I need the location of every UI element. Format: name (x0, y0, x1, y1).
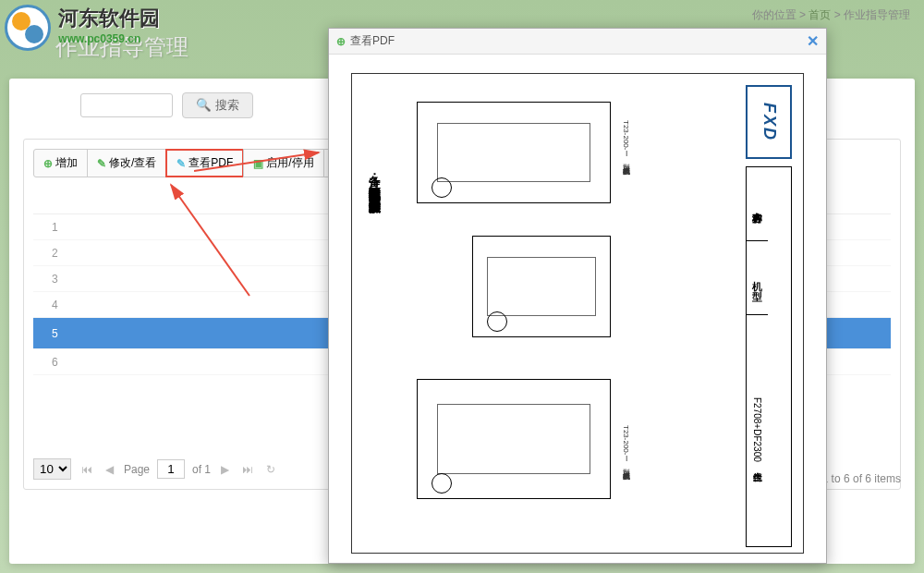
row-index: 1 (33, 214, 107, 240)
pdf-logo: FXD (746, 85, 792, 159)
annotation-arrow-2 (166, 180, 259, 300)
edit-button[interactable]: ✎ 修改/查看 (87, 149, 166, 177)
page-input[interactable] (157, 459, 185, 479)
modal-header[interactable]: ⊕ 查看PDF ✕ (329, 29, 826, 55)
modal-body: FXD 备注：图纸机型仅供工艺流程过程参考，具体型号需以客户实际要求为准 客户名… (329, 55, 826, 563)
search-label: 流程名称: (23, 98, 71, 114)
pdf-page: FXD 备注：图纸机型仅供工艺流程过程参考，具体型号需以客户实际要求为准 客户名… (351, 73, 804, 554)
last-page-icon[interactable]: ⏭ (239, 463, 256, 476)
breadcrumb-current: 作业指导管理 (844, 8, 910, 21)
svg-line-1 (171, 185, 249, 296)
annotation-arrow-1 (194, 148, 323, 176)
search-button[interactable]: 🔍 搜索 (182, 92, 253, 118)
machine-drawing-1 (417, 102, 611, 203)
prev-page-icon[interactable]: ◀ (103, 463, 116, 476)
pdf-info-table: 客户名称 机 型 F2708+DF2300 组合生产线 (746, 166, 792, 547)
status-text: 1 to 6 of 6 items (822, 472, 901, 485)
pdf-customer-label: 客户名称 (747, 167, 768, 241)
svg-line-0 (194, 152, 319, 171)
breadcrumb-label: 你的位置 (752, 8, 796, 21)
next-page-icon[interactable]: ▶ (218, 463, 232, 476)
pdf-note: 备注：图纸机型仅供工艺流程过程参考，具体型号需以客户实际要求为准 (366, 166, 383, 536)
machine-label-1: T23-200-Ⅰ型 三层膜挤式模合机 (620, 120, 630, 161)
breadcrumb: 你的位置 > 首页 > 作业指导管理 (752, 7, 910, 23)
machine-label-3: T23-200-Ⅰ型 三层膜挤式模合机 (620, 425, 630, 466)
plus-icon: ⊕ (43, 157, 53, 170)
first-page-icon[interactable]: ⏮ (79, 463, 95, 476)
page-label: Page (124, 463, 150, 476)
logo-text-cn: 河东软件园 (58, 5, 160, 32)
pdf-machine-label: 机 型 (747, 241, 768, 315)
plus-icon: ⊕ (336, 35, 346, 48)
close-icon[interactable]: ✕ (807, 32, 819, 50)
search-icon: 🔍 (196, 98, 212, 112)
row-index: 4 (33, 292, 107, 318)
page-size-select[interactable]: 10 (33, 458, 71, 480)
machine-drawing-2 (472, 236, 611, 337)
machine-drawing-3 (417, 379, 611, 499)
modal-title: 查看PDF (350, 33, 395, 49)
pdf-icon: ✎ (176, 157, 186, 170)
row-index: 3 (33, 266, 107, 292)
pencil-icon: ✎ (97, 157, 106, 170)
pdf-modal: ⊕ 查看PDF ✕ FXD 备注：图纸机型仅供工艺流程过程参考，具体型号需以客户… (328, 28, 827, 564)
logo-icon (5, 5, 51, 51)
pager: 10 ⏮ ◀ Page of 1 ▶ ⏭ ↻ (33, 458, 278, 480)
row-index: 2 (33, 240, 107, 266)
search-input[interactable] (80, 93, 173, 117)
pdf-machine-model: F2708+DF2300 组合生产线 (747, 315, 767, 546)
logo-text-en: www.pc0359.cn (58, 32, 160, 45)
refresh-icon[interactable]: ↻ (263, 463, 278, 476)
add-button[interactable]: ⊕ 增加 (33, 149, 88, 177)
row-index: 6 (33, 349, 107, 375)
row-index: 5 (33, 318, 107, 349)
site-logo: 河东软件园 www.pc0359.cn (5, 5, 160, 54)
search-bar: 流程名称: 🔍 搜索 (23, 92, 253, 118)
page-of: of 1 (192, 463, 211, 476)
breadcrumb-home[interactable]: 首页 (808, 8, 831, 21)
